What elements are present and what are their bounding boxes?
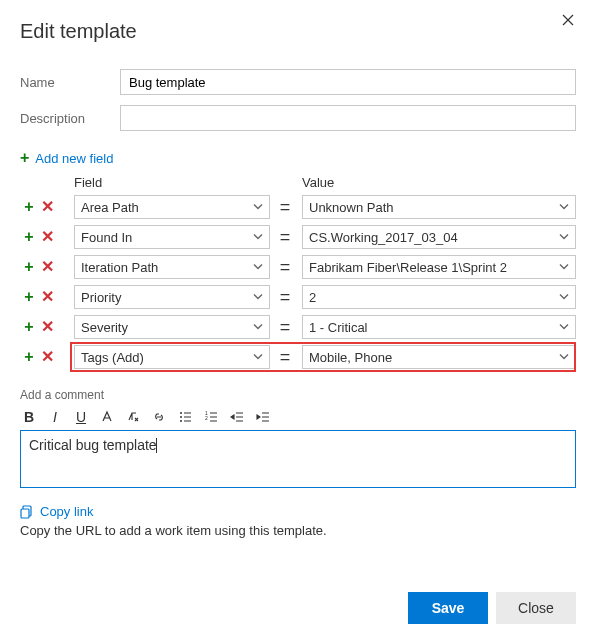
- field-row: +✕Area Path=Unknown Path: [20, 194, 576, 220]
- equals-sign: =: [270, 317, 300, 338]
- field-select-value: Tags (Add): [81, 350, 144, 365]
- font-button[interactable]: [98, 408, 116, 426]
- clear-format-button[interactable]: [124, 408, 142, 426]
- remove-row-button[interactable]: ✕: [38, 198, 56, 216]
- save-button[interactable]: Save: [408, 592, 488, 624]
- equals-sign: =: [270, 197, 300, 218]
- field-select[interactable]: Iteration Path: [74, 255, 270, 279]
- field-select-value: Severity: [81, 320, 128, 335]
- field-row: +✕Severity=1 - Critical: [20, 314, 576, 340]
- comment-input[interactable]: Critical bug template: [20, 430, 576, 488]
- svg-point-0: [180, 412, 182, 414]
- field-row: +✕Iteration Path=Fabrikam Fiber\Release …: [20, 254, 576, 280]
- field-row: +✕Priority=2: [20, 284, 576, 310]
- remove-row-button[interactable]: ✕: [38, 228, 56, 246]
- value-select[interactable]: 2: [302, 285, 576, 309]
- field-header: Field: [70, 175, 270, 190]
- svg-point-1: [180, 416, 182, 418]
- name-label: Name: [20, 75, 120, 90]
- remove-row-button[interactable]: ✕: [38, 318, 56, 336]
- field-select[interactable]: Found In: [74, 225, 270, 249]
- value-select[interactable]: Mobile, Phone: [302, 345, 576, 369]
- remove-row-button[interactable]: ✕: [38, 258, 56, 276]
- comment-toolbar: B I U 12: [20, 406, 576, 428]
- field-row: +✕Tags (Add)=Mobile, Phone: [20, 344, 576, 370]
- description-label: Description: [20, 111, 120, 126]
- copy-link-hint: Copy the URL to add a work item using th…: [20, 523, 576, 538]
- bold-button[interactable]: B: [20, 408, 38, 426]
- svg-point-2: [180, 420, 182, 422]
- close-button[interactable]: Close: [496, 592, 576, 624]
- value-select[interactable]: CS.Working_2017_03_04: [302, 225, 576, 249]
- field-select-value: Iteration Path: [81, 260, 158, 275]
- equals-sign: =: [270, 257, 300, 278]
- add-new-field-label: Add new field: [35, 151, 113, 166]
- copy-icon: [20, 505, 34, 519]
- remove-row-button[interactable]: ✕: [38, 348, 56, 366]
- value-select-value: 2: [309, 290, 316, 305]
- add-new-field-link[interactable]: + Add new field: [20, 149, 576, 167]
- svg-text:2: 2: [205, 415, 208, 421]
- bulleted-list-button[interactable]: [176, 408, 194, 426]
- equals-sign: =: [270, 347, 300, 368]
- value-select-value: CS.Working_2017_03_04: [309, 230, 458, 245]
- equals-sign: =: [270, 287, 300, 308]
- value-select-value: Fabrikam Fiber\Release 1\Sprint 2: [309, 260, 507, 275]
- add-row-button[interactable]: +: [20, 198, 38, 216]
- description-field[interactable]: [120, 105, 576, 131]
- name-field[interactable]: [120, 69, 576, 95]
- field-row: +✕Found In=CS.Working_2017_03_04: [20, 224, 576, 250]
- field-select-value: Area Path: [81, 200, 139, 215]
- equals-sign: =: [270, 227, 300, 248]
- value-header: Value: [300, 175, 576, 190]
- dialog-title: Edit template: [20, 20, 576, 43]
- underline-button[interactable]: U: [72, 408, 90, 426]
- close-icon[interactable]: [562, 14, 578, 30]
- field-select[interactable]: Priority: [74, 285, 270, 309]
- field-select-value: Priority: [81, 290, 121, 305]
- add-row-button[interactable]: +: [20, 258, 38, 276]
- field-select-value: Found In: [81, 230, 132, 245]
- field-select[interactable]: Area Path: [74, 195, 270, 219]
- numbered-list-button[interactable]: 12: [202, 408, 220, 426]
- comment-label: Add a comment: [20, 388, 576, 402]
- comment-text: Critical bug template: [29, 437, 157, 453]
- copy-link-label: Copy link: [40, 504, 93, 519]
- link-button[interactable]: [150, 408, 168, 426]
- copy-link-button[interactable]: Copy link: [20, 504, 576, 519]
- value-select[interactable]: Fabrikam Fiber\Release 1\Sprint 2: [302, 255, 576, 279]
- indent-button[interactable]: [254, 408, 272, 426]
- value-select-value: Mobile, Phone: [309, 350, 392, 365]
- remove-row-button[interactable]: ✕: [38, 288, 56, 306]
- value-select[interactable]: 1 - Critical: [302, 315, 576, 339]
- add-row-button[interactable]: +: [20, 288, 38, 306]
- value-select-value: Unknown Path: [309, 200, 394, 215]
- field-select[interactable]: Tags (Add): [74, 345, 270, 369]
- value-select-value: 1 - Critical: [309, 320, 368, 335]
- italic-button[interactable]: I: [46, 408, 64, 426]
- add-row-button[interactable]: +: [20, 348, 38, 366]
- value-select[interactable]: Unknown Path: [302, 195, 576, 219]
- outdent-button[interactable]: [228, 408, 246, 426]
- svg-rect-6: [21, 509, 29, 518]
- plus-icon: +: [20, 149, 29, 167]
- add-row-button[interactable]: +: [20, 228, 38, 246]
- field-select[interactable]: Severity: [74, 315, 270, 339]
- add-row-button[interactable]: +: [20, 318, 38, 336]
